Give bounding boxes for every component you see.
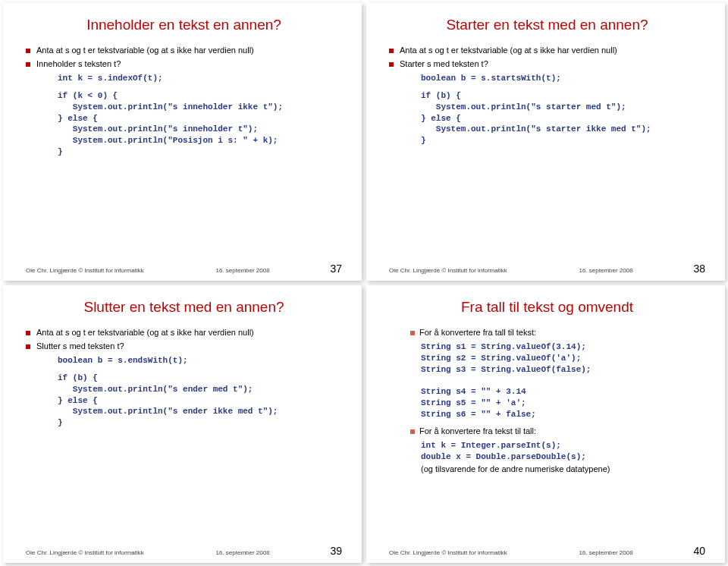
slide-39: Slutter en tekst med en annen? Anta at s… <box>3 285 362 563</box>
slide-title: Starter en tekst med en annen? <box>389 17 705 33</box>
slide-40: Fra tall til tekst og omvendt For å konv… <box>366 285 725 563</box>
slide-content: Anta at s og t er tekstvariable (og at s… <box>26 46 342 258</box>
slide-content: Anta at s og t er tekstvariable (og at s… <box>26 328 342 540</box>
slide-content: Anta at s og t er tekstvariable (og at s… <box>389 46 705 258</box>
slide-footer: Ole Chr. Lingjærde © Institutt for infor… <box>26 540 342 557</box>
slide-number: 38 <box>693 263 705 275</box>
footer-date: 16. september 2008 <box>171 549 315 556</box>
slide-38: Starter en tekst med en annen? Anta at s… <box>366 3 725 281</box>
footer-author: Ole Chr. Lingjærde © Institutt for infor… <box>26 549 171 556</box>
bullet: For å konvertere fra tall til tekst: <box>410 328 705 337</box>
footer-date: 16. september 2008 <box>534 267 679 274</box>
bullet: Anta at s og t er tekstvariable (og at s… <box>26 328 342 337</box>
footer-date: 16. september 2008 <box>171 267 315 274</box>
bullet: For å konvertere fra tekst til tall: <box>410 426 705 436</box>
code-block: int k = Integer.parseInt(s); double x = … <box>421 440 705 463</box>
bullet: Slutter s med teksten t? <box>26 341 342 351</box>
bullet: Inneholder s teksten t? <box>26 59 342 68</box>
code-block: if (b) { System.out.println("s starter m… <box>421 90 705 146</box>
footer-author: Ole Chr. Lingjærde © Institutt for infor… <box>389 267 534 274</box>
slide-number: 37 <box>330 263 342 275</box>
code-block: boolean b = s.startsWith(t); <box>421 73 705 84</box>
slide-content: For å konvertere fra tall til tekst: Str… <box>389 328 705 540</box>
bullet: Anta at s og t er tekstvariable (og at s… <box>389 46 705 55</box>
paren-note: (og tilsvarende for de andre numeriske d… <box>421 464 705 473</box>
code-block: if (k < 0) { System.out.println("s inneh… <box>58 90 342 158</box>
slide-footer: Ole Chr. Lingjærde © Institutt for infor… <box>389 540 705 557</box>
slide-title: Slutter en tekst med en annen? <box>26 299 342 316</box>
bullet: Anta at s og t er tekstvariable (og at s… <box>26 46 342 55</box>
slide-37: Inneholder en tekst en annen? Anta at s … <box>3 3 362 281</box>
slide-footer: Ole Chr. Lingjærde © Institutt for infor… <box>26 258 342 275</box>
code-block: if (b) { System.out.println("s ender med… <box>58 373 342 429</box>
bullet: Starter s med teksten t? <box>389 59 705 68</box>
slide-title: Fra tall til tekst og omvendt <box>389 299 705 316</box>
footer-date: 16. september 2008 <box>534 549 679 556</box>
slide-number: 39 <box>330 545 342 557</box>
slide-footer: Ole Chr. Lingjærde © Institutt for infor… <box>389 258 705 275</box>
slide-number: 40 <box>693 545 705 557</box>
footer-author: Ole Chr. Lingjærde © Institutt for infor… <box>389 549 534 556</box>
code-block: int k = s.indexOf(t); <box>58 73 342 84</box>
footer-author: Ole Chr. Lingjærde © Institutt for infor… <box>26 267 171 274</box>
slide-title: Inneholder en tekst en annen? <box>26 17 342 33</box>
code-block: boolean b = s.endsWith(t); <box>58 355 342 366</box>
code-block: String s1 = String.valueOf(3.14); String… <box>421 341 705 420</box>
